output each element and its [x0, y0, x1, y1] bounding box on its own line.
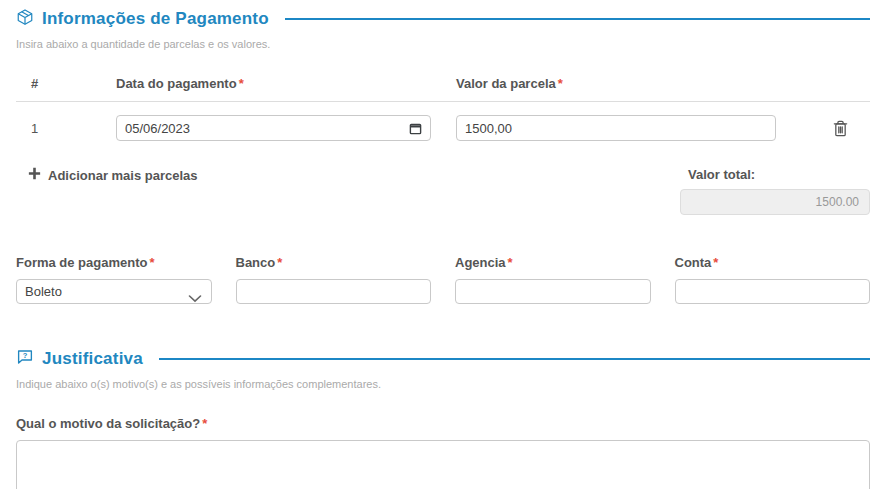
installment-value-field-wrap: [456, 115, 776, 141]
agency-label: Agencia*: [455, 255, 651, 270]
required-asterisk: *: [277, 255, 282, 270]
payment-section-title: Informações de Pagamento: [42, 9, 269, 29]
cube-icon: [16, 8, 34, 30]
payment-method-label: Forma de pagamento*: [16, 255, 212, 270]
bank-input[interactable]: [236, 279, 432, 304]
total-value-input: [680, 189, 870, 215]
account-field: Conta*: [675, 255, 871, 304]
column-header-index: #: [16, 76, 116, 91]
payment-method-select[interactable]: Boleto: [16, 279, 212, 304]
installment-value-input[interactable]: [456, 115, 776, 141]
total-label: Valor total:: [680, 167, 870, 182]
add-installment-link[interactable]: Adicionar mais parcelas: [16, 167, 198, 183]
installment-row: 1: [16, 115, 870, 141]
justification-section-header: ? Justificativa: [16, 348, 870, 370]
required-asterisk: *: [713, 255, 718, 270]
trash-icon: [833, 125, 848, 140]
required-asterisk: *: [239, 76, 244, 91]
account-label: Conta*: [675, 255, 871, 270]
row-index: 1: [16, 121, 116, 136]
payment-section-header: Informações de Pagamento: [16, 8, 870, 30]
delete-row-button[interactable]: [810, 118, 870, 139]
reason-textarea[interactable]: [16, 440, 870, 489]
reason-label: Qual o motivo da solicitação?*: [16, 416, 870, 431]
plus-icon: [28, 167, 41, 183]
agency-field: Agencia*: [455, 255, 651, 304]
justification-section: ? Justificativa Indique abaixo o(s) moti…: [16, 348, 870, 489]
bank-field: Banco*: [236, 255, 432, 304]
header-divider-line: [285, 18, 870, 20]
justification-section-subtitle: Indique abaixo o(s) motivo(s) e as possí…: [16, 378, 870, 390]
payment-date-field-wrap: [116, 115, 431, 141]
payment-fields-row: Forma de pagamento* Boleto Banco* Agenci…: [16, 255, 870, 304]
required-asterisk: *: [202, 416, 207, 431]
required-asterisk: *: [149, 255, 154, 270]
required-asterisk: *: [508, 255, 513, 270]
table-actions-row: Adicionar mais parcelas Valor total:: [16, 167, 870, 215]
column-header-value: Valor da parcela*: [456, 76, 776, 91]
payment-section-subtitle: Insira abaixo a quantidade de parcelas e…: [16, 38, 870, 50]
required-asterisk: *: [558, 76, 563, 91]
svg-text:?: ?: [23, 351, 28, 360]
installments-table-header: # Data do pagamento* Valor da parcela*: [16, 76, 870, 102]
total-block: Valor total:: [680, 167, 870, 215]
header-divider-line: [159, 358, 870, 360]
account-input[interactable]: [675, 279, 871, 304]
payment-method-field: Forma de pagamento* Boleto: [16, 255, 212, 304]
justification-section-title: Justificativa: [42, 349, 143, 369]
comment-question-icon: ?: [16, 348, 34, 370]
payment-date-input[interactable]: [116, 115, 431, 141]
agency-input[interactable]: [455, 279, 651, 304]
bank-label: Banco*: [236, 255, 432, 270]
payment-method-selected-value: Boleto: [16, 279, 212, 304]
column-header-date: Data do pagamento*: [116, 76, 456, 91]
add-installment-label: Adicionar mais parcelas: [48, 168, 198, 183]
page: Informações de Pagamento Insira abaixo a…: [0, 0, 886, 489]
